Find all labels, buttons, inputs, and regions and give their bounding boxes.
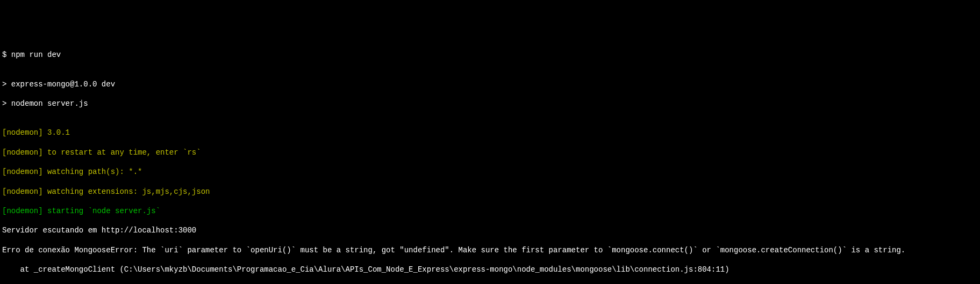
nodemon-starting-line: [nodemon] starting `node server.js` <box>2 206 978 216</box>
npm-script-line: > nodemon server.js <box>2 99 978 108</box>
nodemon-watching-paths-line: [nodemon] watching path(s): *.* <box>2 167 978 177</box>
nodemon-watching-ext-line: [nodemon] watching extensions: js,mjs,cj… <box>2 187 978 196</box>
npm-script-line: > express-mongo@1.0.0 dev <box>2 79 978 89</box>
stack-trace-line: at _createMongoClient (C:\Users\mkyzb\Do… <box>2 265 978 274</box>
nodemon-restart-line: [nodemon] to restart at any time, enter … <box>2 148 978 157</box>
server-listening-line: Servidor escutando em http://localhost:3… <box>2 225 978 235</box>
error-message-line: Erro de conexão MongooseError: The `uri`… <box>2 245 978 255</box>
terminal-output[interactable]: $ npm run dev > express-mongo@1.0.0 dev … <box>2 40 978 284</box>
command-line: $ npm run dev <box>2 50 978 60</box>
nodemon-version-line: [nodemon] 3.0.1 <box>2 128 978 137</box>
